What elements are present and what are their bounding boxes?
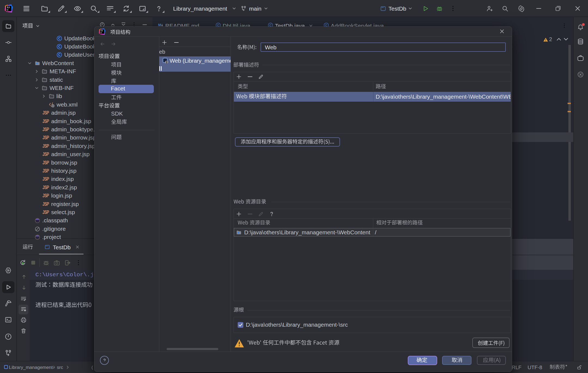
svg-text:C: C [58,45,61,48]
svg-text:IJ: IJ [7,6,10,9]
svg-text:C: C [58,53,61,57]
svg-text:C: C [58,37,61,40]
svg-text:IJ: IJ [100,30,103,32]
